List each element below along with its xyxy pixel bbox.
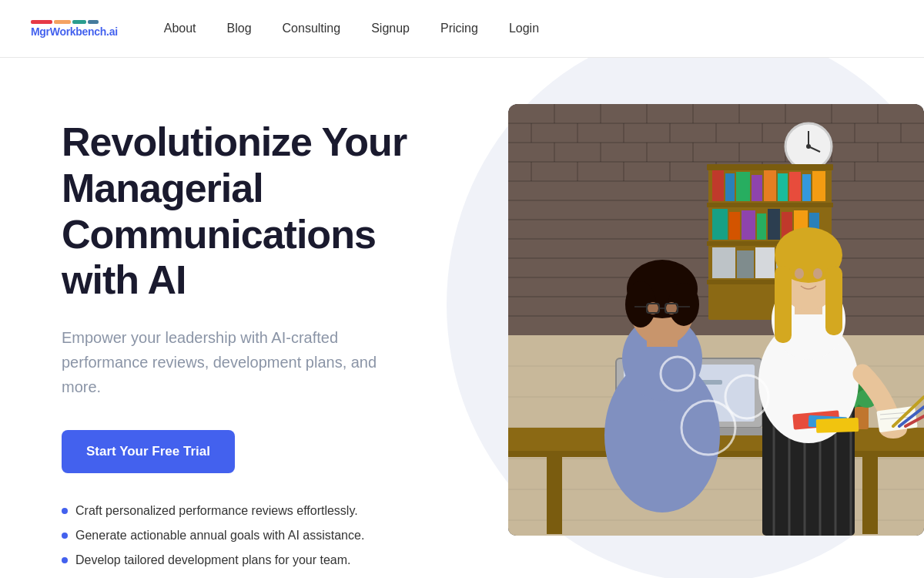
svg-rect-87: [547, 457, 562, 534]
svg-rect-64: [712, 209, 728, 240]
hero-headline: Revolutionize Your Managerial Communicat…: [62, 119, 431, 304]
svg-rect-66: [742, 210, 755, 240]
svg-rect-51: [707, 164, 833, 170]
svg-rect-73: [737, 250, 754, 278]
nav-item-consulting[interactable]: Consulting: [267, 15, 357, 42]
logo-text: MgrWorkbench.ai: [31, 25, 118, 38]
hero-image: [508, 104, 924, 551]
bullet-dot-1: [62, 508, 68, 514]
nav-link-signup[interactable]: Signup: [356, 15, 425, 42]
logo-bar-1: [31, 20, 52, 24]
nav-link-consulting[interactable]: Consulting: [267, 15, 357, 42]
office-photo: [508, 104, 924, 536]
svg-rect-57: [736, 172, 750, 201]
svg-rect-55: [712, 170, 724, 201]
svg-rect-60: [778, 173, 788, 201]
bullet-dot-3: [62, 557, 68, 563]
svg-rect-61: [789, 172, 801, 201]
nav-link-login[interactable]: Login: [494, 15, 554, 42]
office-svg: [508, 104, 924, 536]
svg-rect-52: [707, 203, 833, 207]
bullet-dot-2: [62, 533, 68, 539]
nav-menu: About Blog Consulting Signup Pricing Log…: [149, 15, 554, 42]
svg-rect-65: [729, 212, 740, 240]
svg-rect-127: [825, 266, 842, 335]
svg-rect-74: [755, 247, 775, 278]
svg-rect-88: [862, 457, 878, 534]
svg-rect-68: [768, 209, 780, 240]
logo-bar-4: [88, 20, 99, 24]
svg-rect-59: [764, 170, 776, 201]
svg-rect-62: [802, 174, 811, 201]
cta-button[interactable]: Start Your Free Trial: [62, 430, 235, 473]
svg-rect-126: [775, 266, 792, 343]
hero-section: Revolutionize Your Managerial Communicat…: [0, 58, 924, 578]
hero-bullets: Craft personalized performance reviews e…: [62, 504, 431, 567]
hero-subheadline: Empower your leadership with AI-crafted …: [62, 325, 400, 399]
bullet-item-3: Develop tailored development plans for y…: [62, 553, 431, 567]
logo-decoration: [31, 20, 118, 24]
svg-rect-63: [812, 171, 825, 201]
nav-item-blog[interactable]: Blog: [212, 15, 267, 42]
logo[interactable]: MgrWorkbench.ai: [31, 20, 118, 38]
svg-point-129: [813, 268, 822, 279]
nav-item-login[interactable]: Login: [494, 15, 554, 42]
svg-point-128: [795, 268, 804, 279]
bullet-item-1: Craft personalized performance reviews e…: [62, 504, 431, 518]
svg-rect-136: [816, 418, 859, 433]
nav-link-pricing[interactable]: Pricing: [425, 15, 494, 42]
navbar: MgrWorkbench.ai About Blog Consulting Si…: [0, 0, 924, 58]
logo-bar-2: [54, 20, 71, 24]
hero-content-left: Revolutionize Your Managerial Communicat…: [0, 58, 462, 578]
svg-rect-72: [712, 247, 735, 278]
svg-rect-56: [725, 173, 735, 201]
nav-item-signup[interactable]: Signup: [356, 15, 425, 42]
svg-rect-58: [752, 175, 762, 201]
nav-item-pricing[interactable]: Pricing: [425, 15, 494, 42]
bullet-item-2: Generate actionable annual goals with AI…: [62, 529, 431, 543]
nav-link-blog[interactable]: Blog: [212, 15, 267, 42]
nav-link-about[interactable]: About: [149, 15, 212, 42]
nav-item-about[interactable]: About: [149, 15, 212, 42]
logo-bar-3: [72, 20, 86, 24]
svg-rect-67: [757, 213, 766, 240]
